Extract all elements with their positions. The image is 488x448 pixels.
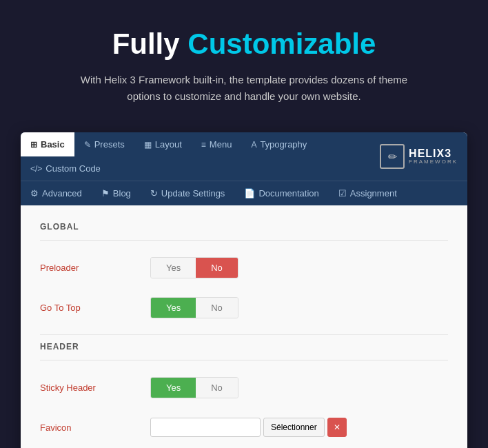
hero-subtitle: With Helix 3 Framework built-in, the tem… (72, 72, 416, 105)
sticky-header-no-button[interactable]: No (196, 378, 238, 398)
helix-name: HELIX3 (409, 147, 458, 160)
tab-custom-code[interactable]: </> Custom Code (21, 156, 110, 181)
preloader-yes-button[interactable]: Yes (151, 258, 196, 278)
hero-section: Fully Customizable With Helix 3 Framewor… (0, 0, 488, 125)
tab-blog[interactable]: ⚑ Blog (92, 183, 141, 204)
tab-documentation[interactable]: 📄 Documentation (234, 183, 328, 204)
pencil-icon: ✎ (84, 140, 91, 150)
flag-icon: ⚑ (101, 188, 110, 198)
nav-bar: ⊞ Basic ✎ Presets ▦ Layout ≡ Menu A Ty (21, 132, 467, 205)
tab-layout[interactable]: ▦ Layout (134, 132, 192, 156)
grid-icon: ▦ (144, 140, 152, 150)
tab-typography[interactable]: A Typography (241, 132, 316, 156)
section-header: HEADER Sticky Header Yes No Favicon Séle… (40, 334, 448, 440)
helix-logo-box: ✏ (380, 144, 405, 169)
helix-pen-icon: ✏ (388, 150, 397, 163)
menu-icon: ≡ (201, 140, 206, 150)
favicon-row: Favicon Sélectionner ✕ (40, 414, 448, 440)
sticky-header-toggle: Yes No (150, 377, 238, 398)
section-global-header: GLOBAL (40, 222, 448, 241)
hero-title-accent: Customizable (187, 28, 376, 60)
nav-tabs-bottom: ⚙ Advanced ⚑ Blog ↻ Update Settings 📄 Do… (21, 181, 467, 205)
refresh-icon: ↻ (150, 188, 158, 198)
tab-basic[interactable]: ⊞ Basic (21, 132, 74, 156)
tab-update-settings[interactable]: ↻ Update Settings (141, 183, 235, 204)
hero-title: Fully Customizable (41, 28, 447, 61)
go-to-top-yes-button[interactable]: Yes (151, 298, 196, 318)
favicon-text-input[interactable] (150, 418, 261, 437)
favicon-label: Favicon (40, 422, 150, 433)
helix-sub: FRAMEWORK (409, 159, 458, 165)
content-area: GLOBAL Preloader Yes No Go To Top Yes No… (21, 205, 467, 448)
favicon-select-button[interactable]: Sélectionner (263, 418, 325, 437)
gear-icon: ⚙ (30, 188, 39, 198)
preloader-toggle: Yes No (150, 257, 238, 278)
section-global: GLOBAL Preloader Yes No Go To Top Yes No (40, 222, 448, 320)
helix-text: HELIX3 FRAMEWORK (409, 147, 458, 165)
hero-title-plain: Fully (112, 28, 180, 60)
preloader-label: Preloader (40, 263, 150, 273)
check-icon: ☑ (338, 188, 347, 198)
go-to-top-label: Go To Top (40, 303, 150, 313)
panel: ⊞ Basic ✎ Presets ▦ Layout ≡ Menu A Ty (21, 132, 467, 448)
favicon-clear-button[interactable]: ✕ (327, 418, 347, 437)
sticky-header-label: Sticky Header (40, 383, 150, 393)
sticky-header-row: Sticky Header Yes No (40, 374, 448, 400)
go-to-top-toggle: Yes No (150, 297, 238, 318)
home-icon: ⊞ (30, 140, 37, 150)
favicon-input-group: Sélectionner ✕ (150, 418, 347, 437)
nav-tabs-top: ⊞ Basic ✎ Presets ▦ Layout ≡ Menu A Ty (21, 132, 370, 181)
doc-icon: 📄 (244, 188, 255, 198)
preloader-row: Preloader Yes No (40, 254, 448, 281)
typography-icon: A (251, 140, 256, 150)
code-icon: </> (30, 164, 42, 174)
go-to-top-no-button[interactable]: No (196, 298, 238, 318)
tab-presets[interactable]: ✎ Presets (74, 132, 134, 156)
tab-advanced[interactable]: ⚙ Advanced (21, 183, 92, 204)
helix-logo: ✏ HELIX3 FRAMEWORK (370, 140, 467, 173)
sticky-header-yes-button[interactable]: Yes (151, 378, 196, 398)
tab-menu[interactable]: ≡ Menu (192, 132, 242, 156)
go-to-top-row: Go To Top Yes No (40, 294, 448, 320)
nav-top: ⊞ Basic ✎ Presets ▦ Layout ≡ Menu A Ty (21, 132, 467, 181)
tab-assignment[interactable]: ☑ Assignment (329, 183, 407, 204)
preloader-no-button[interactable]: No (196, 258, 238, 278)
section-header-label: HEADER (40, 342, 448, 360)
